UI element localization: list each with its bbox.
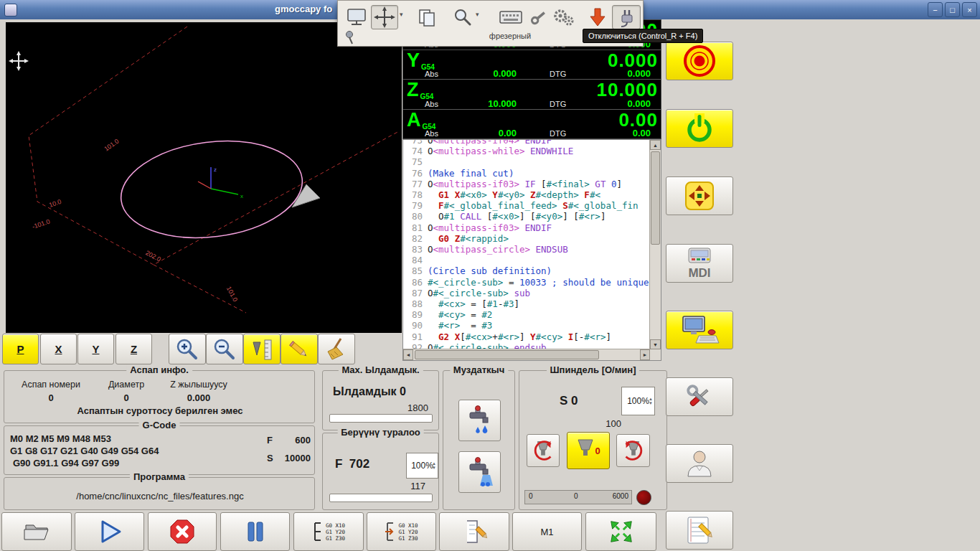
flood-button[interactable]	[458, 451, 501, 493]
minimize-button[interactable]: −	[928, 2, 943, 17]
disconnect-button[interactable]	[585, 5, 611, 29]
line-number: 74	[404, 146, 428, 156]
active-gcodes-line2: G90 G91.1 G94 G97 G99	[13, 458, 119, 468]
close-button[interactable]: ×	[962, 2, 977, 17]
spindle-stop-button[interactable]: 0	[567, 432, 610, 469]
max-velocity-title: Мах. Ылдамдык.	[338, 364, 423, 375]
velocity-value: 0	[400, 385, 406, 397]
fullscreen-toggle-button[interactable]	[344, 5, 369, 29]
horizontal-scroll-thumb[interactable]	[415, 350, 599, 359]
zoom-in-icon	[174, 336, 200, 362]
jog-mode-button[interactable]	[666, 176, 733, 215]
mdi-mode-button[interactable]: MDI	[666, 244, 733, 283]
spin-arrows-icon[interactable]: ▲▼	[649, 397, 653, 405]
clear-plot-button[interactable]	[318, 334, 355, 364]
scroll-down-arrow-icon[interactable]: ▼	[650, 339, 661, 349]
zoom-out-button[interactable]	[206, 334, 243, 364]
preferences-button[interactable]	[527, 5, 550, 29]
dro-axis-a[interactable]: AG540.00Abs0.00DTG0.00	[403, 109, 661, 139]
gcode-view[interactable]: 73O<multipass-if04> ENDIF74O<multipass-w…	[404, 140, 649, 349]
view-p-button[interactable]: P	[2, 334, 39, 364]
machine-on-button[interactable]	[666, 109, 733, 148]
pencil-icon	[286, 336, 312, 362]
origin-axes-icon: z x	[198, 166, 243, 199]
code-line[interactable]: 79 F#<_global_final_feed> S#<_global_fin	[404, 200, 649, 211]
code-text	[428, 156, 649, 167]
code-line[interactable]: 77O<multipass-if03> IF [#<final> GT 0]	[404, 179, 649, 189]
pan-mode-button[interactable]	[371, 5, 398, 29]
code-line[interactable]: 78 G1 X#<x0> Y#<y0> Z#<depth> F#<	[404, 189, 649, 200]
code-line[interactable]: 82 G0 Z#<rappid>	[404, 233, 649, 244]
scroll-up-arrow-icon[interactable]: ▲	[650, 140, 661, 150]
code-line[interactable]: 88 #<cx> = [#1-#3]	[404, 298, 649, 309]
optional-stop-button[interactable]: M1	[512, 512, 582, 551]
stop-button[interactable]	[148, 512, 217, 551]
spindle-speed-scale[interactable]: 0 0 6000	[524, 490, 632, 504]
line-number: 89	[404, 309, 428, 320]
edit-offsets-button[interactable]	[281, 334, 318, 364]
spindle-title: Шпиндель [О/мин]	[547, 364, 640, 375]
pause-button[interactable]	[220, 512, 290, 551]
code-line[interactable]: 73O<multipass-if04> ENDIF	[404, 140, 649, 146]
pan-dropdown-icon[interactable]: ▾	[400, 11, 403, 18]
copy-button[interactable]	[414, 5, 440, 29]
code-line[interactable]: 75	[404, 156, 649, 167]
scroll-right-arrow-icon[interactable]: ►	[640, 349, 650, 360]
tool-number-header: Аспап номери	[11, 380, 90, 390]
code-line[interactable]: 85(Circle sub definition)	[404, 265, 649, 276]
code-line[interactable]: 86#<_circle-sub> = 10033 ; should be uni…	[404, 277, 649, 288]
spindle-cw-button[interactable]	[616, 434, 650, 467]
zoom-in-button[interactable]	[169, 334, 206, 364]
active-mcodes: M0 M2 M5 M9 M48 M53	[10, 433, 111, 444]
code-line[interactable]: 83O<multipass_circle> ENDSUB	[404, 244, 649, 255]
vertical-scrollbar[interactable]: ▲ ▼	[649, 140, 661, 349]
zoom-dropdown-icon[interactable]: ▾	[476, 11, 479, 18]
connection-button[interactable]	[612, 5, 641, 29]
zoom-menu-button[interactable]	[450, 5, 476, 29]
pin-icon[interactable]	[344, 31, 357, 44]
dro-axis-z[interactable]: ZG5410.000Abs10.000DTG0.000	[403, 79, 661, 109]
view-x-button[interactable]: X	[40, 334, 77, 364]
fullscreen-button[interactable]	[585, 512, 656, 551]
keyboard-button[interactable]	[496, 5, 526, 29]
emergency-stop-button[interactable]	[666, 42, 733, 80]
code-line[interactable]: 80 O#1 CALL [#<x0>] [#<y0>] [#<r>]	[404, 211, 649, 222]
code-line[interactable]: 81O<multipass-if03> ENDIF	[404, 222, 649, 233]
code-line[interactable]: 87O#<_circle-sub> sub	[404, 288, 649, 298]
line-number: 78	[404, 189, 428, 200]
maximize-button[interactable]: □	[945, 2, 960, 17]
view-z-button[interactable]: Z	[116, 334, 152, 364]
edit-gcode-button[interactable]	[439, 512, 509, 551]
code-line[interactable]: 89 #<cy> = #2	[404, 309, 649, 320]
gremlin-preview[interactable]: z x 101.0 10.0 -101.0 202.0 101.0	[6, 22, 402, 333]
scroll-left-arrow-icon[interactable]: ◄	[403, 349, 413, 360]
code-line[interactable]: 91 G2 X[#<cx>+#<r>] Y#<cy> I[-#<r>]	[404, 331, 649, 342]
notepad-button[interactable]	[666, 511, 733, 550]
mist-button[interactable]	[458, 400, 501, 441]
vertical-scroll-thumb[interactable]	[651, 151, 660, 245]
gcode-editor[interactable]: 73O<multipass-if04> ENDIF74O<multipass-w…	[402, 139, 661, 361]
dro-axis-y[interactable]: YG540.000Abs0.000DTG0.000	[403, 50, 661, 80]
view-y-button[interactable]: Y	[77, 334, 114, 364]
run-from-line-button[interactable]: G0 X10 G1 Y20 G1 Z30	[367, 512, 436, 551]
code-line[interactable]: 90 #<r> = #3	[404, 320, 649, 331]
feed-override-spinbox[interactable]: 100% ▲▼	[406, 453, 438, 479]
spindle-ccw-button[interactable]	[527, 434, 560, 467]
tool-measure-icon	[249, 336, 275, 362]
horizontal-scrollbar[interactable]: ◄ ►	[403, 349, 650, 360]
spindle-override-spinbox[interactable]: 100% ▲▼	[621, 387, 655, 415]
run-button[interactable]	[75, 512, 144, 551]
user-settings-button[interactable]	[666, 444, 733, 483]
auto-mode-button[interactable]	[666, 311, 733, 349]
spin-arrows-icon[interactable]: ▲▼	[432, 461, 436, 470]
session-settings-button[interactable]	[550, 5, 578, 29]
code-line[interactable]: 84	[404, 255, 649, 265]
code-line[interactable]: 76(Make final cut)	[404, 168, 649, 179]
code-line[interactable]: 74O<multipass-while> ENDWHILE	[404, 146, 649, 156]
step-button[interactable]: G0 X10 G1 Y20 G1 Z30	[293, 512, 364, 551]
settings-button[interactable]	[666, 377, 733, 416]
tool-measure-button[interactable]	[243, 334, 281, 364]
tool-description: Аспаптын суроттосу берилген эмес	[4, 405, 316, 416]
code-text: O<multipass_circle> ENDSUB	[428, 244, 649, 255]
open-file-button[interactable]	[1, 512, 72, 551]
